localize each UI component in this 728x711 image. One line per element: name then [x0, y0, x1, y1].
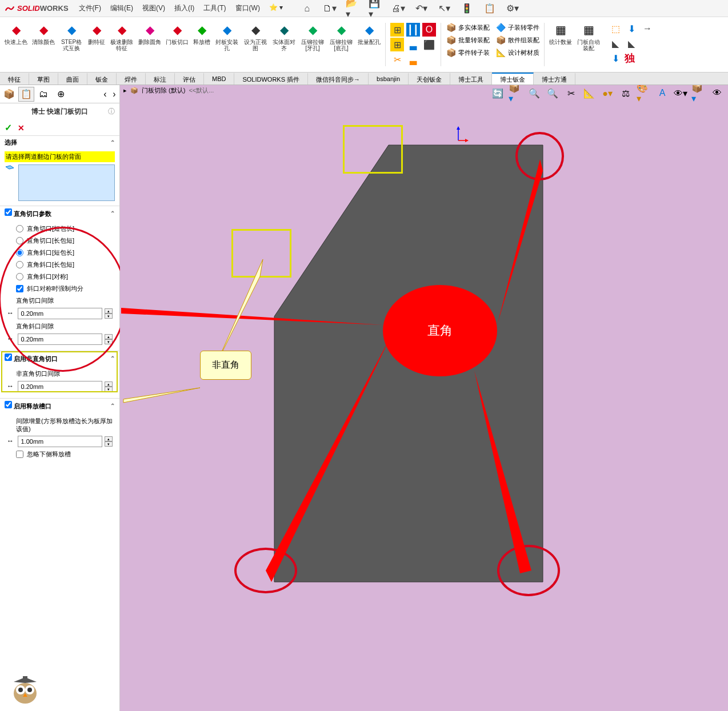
spin-down[interactable]: ▾: [105, 339, 113, 344]
tab-10[interactable]: bsbanjin: [369, 73, 409, 85]
grid-icon-5[interactable]: ▃: [406, 38, 420, 51]
zoom-fit-icon[interactable]: 🔍: [527, 86, 542, 100]
plugins1-1[interactable]: 📦批量转装配: [445, 34, 491, 46]
breadcrumb-arrow[interactable]: ▸: [123, 87, 127, 94]
spin-down[interactable]: ▾: [105, 441, 113, 447]
ribbon-right-0[interactable]: ▦统计数量: [547, 21, 574, 69]
home-icon[interactable]: ⌂: [300, 2, 314, 15]
ext-icon-2[interactable]: ◣: [609, 37, 622, 50]
ignore-check[interactable]: [16, 451, 23, 458]
tab-5[interactable]: 标注: [146, 73, 175, 85]
ribbon-item-0[interactable]: ◆快速上色: [2, 21, 30, 69]
tab-3[interactable]: 钣金: [87, 73, 117, 85]
grid-icon-7[interactable]: ▃: [406, 53, 420, 66]
menu-window[interactable]: 窗口(W): [235, 3, 260, 13]
spin-up[interactable]: ▴: [105, 334, 113, 339]
grid-icon-4[interactable]: ⊞: [390, 38, 404, 51]
radio-1[interactable]: [16, 237, 23, 244]
fm-tab-next[interactable]: ›: [110, 87, 118, 102]
view-cube-icon[interactable]: 📦▾: [509, 86, 523, 100]
spin-up[interactable]: ▴: [105, 381, 113, 387]
ext-icon-3[interactable]: ◣: [625, 37, 638, 50]
tab-11[interactable]: 天创钣金: [409, 73, 450, 85]
sym-check[interactable]: [16, 285, 23, 292]
plugins1-2[interactable]: 📦零件转子装: [445, 47, 491, 58]
spin-down[interactable]: ▾: [105, 314, 113, 319]
save-icon[interactable]: 💾▾: [369, 2, 382, 15]
tab-0[interactable]: 特征: [0, 73, 29, 85]
tab-6[interactable]: 评估: [175, 73, 204, 85]
plugins2-0[interactable]: 🔷子装转零件: [494, 22, 541, 33]
open-icon[interactable]: 📂▾: [346, 2, 359, 15]
graphics-area[interactable]: ▸ 📦 门板切除 (默认) <<默认... 🔄 📦▾ 🔍 🔍 ✂ 📐 ●▾ ⚖ …: [120, 85, 728, 711]
download-icon-2[interactable]: ⬇: [609, 51, 622, 65]
menu-more[interactable]: ⭐ ▾: [269, 3, 283, 13]
visibility-icon[interactable]: 👁: [710, 86, 725, 100]
ribbon-item-7[interactable]: ◆释放槽: [191, 21, 213, 69]
menu-edit[interactable]: 编辑(E): [110, 3, 133, 13]
ok-button[interactable]: ✓: [5, 122, 12, 133]
ribbon-item-3[interactable]: ◆删特征: [86, 21, 107, 69]
radio-0[interactable]: [16, 225, 23, 232]
scene-icon[interactable]: ⚖: [618, 86, 633, 100]
tab-14[interactable]: 博士方通: [534, 73, 575, 85]
zoom-area-icon[interactable]: 🔍: [545, 86, 560, 100]
cancel-button[interactable]: ✕: [18, 123, 25, 132]
grid-icon-6[interactable]: ⬛: [422, 38, 436, 51]
fm-tab-config[interactable]: 🗂: [35, 87, 51, 102]
ribbon-item-9[interactable]: ◆设为正视图: [241, 21, 270, 69]
scissors-icon[interactable]: ✂: [390, 53, 404, 66]
render-icon[interactable]: 📦▾: [691, 86, 706, 100]
grid-icon-1[interactable]: ⊞: [390, 23, 404, 37]
display-icon[interactable]: 📐: [582, 86, 597, 100]
traffic-icon[interactable]: 🚦: [460, 2, 474, 15]
selection-box[interactable]: [18, 164, 115, 201]
pm-section-params-head[interactable]: 直角切口参数 ⌃: [0, 206, 119, 220]
ribbon-item-12[interactable]: ◆压铆拉铆[底孔]: [327, 21, 355, 69]
sec1-check[interactable]: [5, 208, 12, 216]
tab-12[interactable]: 博士工具: [450, 73, 492, 85]
ribbon-item-8[interactable]: ◆封板安装孔: [213, 21, 241, 69]
pm-section-nonright-head[interactable]: 启用非直角切口 ⌃: [0, 351, 119, 365]
tab-9[interactable]: 微信抖音同步→: [308, 73, 369, 85]
select-icon[interactable]: ↖▾: [437, 2, 451, 15]
arrow-right-icon[interactable]: →: [641, 22, 654, 35]
tab-8[interactable]: SOLIDWORKS 插件: [234, 73, 308, 85]
inc-input[interactable]: [18, 436, 102, 447]
tab-13[interactable]: 博士钣金: [492, 73, 534, 85]
appearance-icon[interactable]: 🎨▾: [637, 86, 651, 100]
plugins2-2[interactable]: 📐设计树材质: [494, 47, 541, 58]
menu-file[interactable]: 文件(F): [79, 3, 101, 13]
help-icon[interactable]: ⓘ: [108, 107, 115, 117]
radio-3[interactable]: [16, 261, 23, 268]
radio-2[interactable]: [16, 249, 23, 256]
undo-icon[interactable]: ↶▾: [414, 2, 428, 15]
gear-icon[interactable]: ⚙▾: [506, 2, 519, 15]
grid-icon-2[interactable]: ┃┃: [406, 23, 420, 37]
text-icon[interactable]: A: [655, 86, 670, 100]
sec2-check[interactable]: [5, 354, 12, 361]
fm-tab-feature[interactable]: 📦: [1, 87, 17, 102]
sec3-check[interactable]: [5, 401, 12, 408]
new-icon[interactable]: 🗋▾: [323, 2, 337, 15]
tab-2[interactable]: 曲面: [58, 73, 87, 85]
plugins2-1[interactable]: 📦散件组装配: [494, 34, 541, 46]
ribbon-item-10[interactable]: ◆实体面对齐: [270, 21, 298, 69]
grid-icon-3[interactable]: O: [422, 23, 436, 37]
section-icon[interactable]: ✂: [563, 86, 578, 100]
hide-icon[interactable]: 👁▾: [673, 86, 688, 100]
pm-section-select-head[interactable]: 选择 ⌃: [0, 136, 119, 149]
fm-tab-property[interactable]: 📋: [18, 87, 34, 102]
ribbon-right-1[interactable]: ▦门板自动装配: [574, 21, 603, 69]
ribbon-item-1[interactable]: ◆清除颜色: [30, 21, 57, 69]
view-orient-icon[interactable]: 🔄: [490, 86, 505, 100]
tab-7[interactable]: MBD: [204, 73, 234, 85]
fm-tab-dim[interactable]: ⊕: [53, 87, 69, 102]
spin-up[interactable]: ▴: [105, 436, 113, 441]
tab-1[interactable]: 草图: [29, 73, 58, 85]
ribbon-item-13[interactable]: ◆批量配孔: [355, 21, 383, 69]
ext-icon-1[interactable]: ⬚: [609, 22, 622, 35]
du-label[interactable]: 独: [625, 51, 635, 65]
menu-view[interactable]: 视图(V): [142, 3, 165, 13]
ribbon-item-11[interactable]: ◆压铆拉铆[牙孔]: [298, 21, 327, 69]
